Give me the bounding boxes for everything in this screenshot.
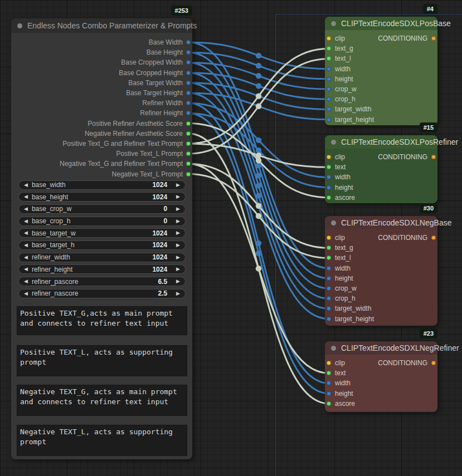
input-port-icon[interactable]	[327, 56, 331, 61]
node-combo-parameterizer[interactable]: #253 Endless Nodes Combo Parameterizer &…	[11, 18, 192, 459]
widget-refiner-width[interactable]: ◀refiner_width1024▶	[18, 253, 186, 262]
textarea-positive-text-g[interactable]: Positive TEXT_G,acts as main prompt and …	[17, 306, 187, 335]
widget-base-crop-h[interactable]: ◀base_crop_h0▶	[18, 217, 186, 226]
input-port-icon[interactable]	[327, 246, 331, 250]
node-header[interactable]: Endless Nodes Combo Parameterizer & Prom…	[11, 18, 192, 33]
input-port-icon[interactable]	[327, 46, 331, 51]
output-port-icon[interactable]	[186, 101, 191, 105]
widget-base-crop-w[interactable]: ◀base_crop_w0▶	[18, 204, 186, 214]
node-clip-pos-base[interactable]: #4 CLIPTextEncodeSDXLPosBase CONDITIONIN…	[325, 17, 437, 125]
input-port-icon[interactable]	[327, 371, 331, 375]
node-clip-neg-refiner[interactable]: #23 CLIPTextEncodeSDXLNegRefiner CONDITI…	[325, 341, 437, 412]
output-port-icon[interactable]	[186, 91, 191, 95]
input-port-icon[interactable]	[327, 97, 331, 101]
decrement-icon[interactable]: ◀	[24, 219, 28, 224]
input-port-icon[interactable]	[327, 256, 331, 260]
node-header[interactable]: CLIPTextEncodeSDXLPosBase	[325, 17, 437, 30]
output-port-icon[interactable]	[186, 111, 191, 115]
textarea-positive-text-l[interactable]: Positive TEXT_L, acts as supporting prom…	[17, 345, 187, 376]
decrement-icon[interactable]: ◀	[24, 183, 28, 188]
textarea-negative-text-l[interactable]: Negative TEXT_L, acts as supporting prom…	[17, 425, 187, 456]
collapse-dot-icon[interactable]	[331, 21, 336, 26]
output-port-icon[interactable]	[186, 121, 191, 126]
input-port-icon[interactable]	[327, 306, 331, 311]
output-port-icon[interactable]	[186, 50, 191, 55]
input-port-icon[interactable]	[327, 117, 331, 122]
increment-icon[interactable]: ▶	[176, 219, 180, 224]
output-port-icon[interactable]	[186, 151, 191, 156]
increment-icon[interactable]: ▶	[176, 267, 180, 272]
input-port-icon[interactable]	[327, 87, 331, 91]
increment-icon[interactable]: ▶	[176, 243, 180, 248]
widget-value[interactable]: 1024	[152, 193, 167, 201]
input-port-icon[interactable]	[327, 266, 331, 271]
input-port-icon[interactable]	[327, 67, 331, 71]
output-port-icon[interactable]	[186, 60, 191, 65]
widget-value[interactable]: 1024	[152, 253, 167, 261]
widget-value[interactable]: 1024	[152, 229, 167, 237]
input-port-icon[interactable]	[327, 235, 331, 240]
widget-base-height[interactable]: ◀base_height1024▶	[18, 192, 186, 202]
input-port-icon[interactable]	[327, 276, 331, 281]
widget-value[interactable]: 1024	[152, 241, 167, 249]
input-port-icon[interactable]	[327, 361, 331, 365]
collapse-dot-icon[interactable]	[17, 23, 22, 28]
increment-icon[interactable]: ▶	[176, 183, 180, 188]
increment-icon[interactable]: ▶	[176, 291, 180, 296]
widget-refiner-height[interactable]: ◀refiner_height1024▶	[18, 264, 186, 274]
decrement-icon[interactable]: ◀	[24, 279, 28, 284]
widget-value[interactable]: 1024	[152, 266, 167, 273]
decrement-icon[interactable]: ◀	[24, 291, 28, 296]
increment-icon[interactable]: ▶	[176, 194, 180, 199]
input-port-icon[interactable]	[327, 175, 331, 179]
widget-value[interactable]: 2.5	[158, 289, 167, 297]
widget-base-target-w[interactable]: ◀base_target_w1024▶	[18, 228, 186, 238]
output-port-icon[interactable]	[186, 71, 191, 75]
node-header[interactable]: CLIPTextEncodeSDXLNegBase	[325, 216, 437, 229]
output-port-icon[interactable]	[186, 131, 191, 136]
input-port-icon[interactable]	[327, 296, 331, 301]
widget-value[interactable]: 6.5	[158, 278, 167, 286]
widget-base-target-h[interactable]: ◀base_target_h1024▶	[18, 241, 186, 250]
input-port-icon[interactable]	[327, 381, 331, 385]
increment-icon[interactable]: ▶	[176, 255, 180, 260]
increment-icon[interactable]: ▶	[176, 279, 180, 284]
collapse-dot-icon[interactable]	[331, 346, 336, 351]
textarea-negative-text-g[interactable]: Negative TEXT_G, acts as main prompt and…	[17, 385, 187, 416]
input-port-icon[interactable]	[327, 107, 331, 111]
input-port-icon[interactable]	[327, 77, 331, 81]
collapse-dot-icon[interactable]	[331, 220, 336, 225]
output-port-icon[interactable]	[186, 40, 191, 45]
increment-icon[interactable]: ▶	[176, 207, 180, 212]
node-clip-pos-refiner[interactable]: #15 CLIPTextEncodeSDXLPosRefiner CONDITI…	[325, 135, 437, 203]
output-port-icon[interactable]	[186, 141, 191, 146]
input-port-icon[interactable]	[327, 36, 331, 41]
output-port-icon[interactable]	[186, 161, 191, 166]
input-port-icon[interactable]	[327, 317, 331, 321]
decrement-icon[interactable]: ◀	[24, 267, 28, 272]
input-port-icon[interactable]	[327, 185, 331, 190]
widget-refiner-pascore[interactable]: ◀refiner_pascore6.5▶	[18, 277, 186, 286]
input-port-icon[interactable]	[327, 391, 331, 396]
node-header[interactable]: CLIPTextEncodeSDXLPosRefiner	[325, 135, 437, 149]
node-clip-neg-base[interactable]: #30 CLIPTextEncodeSDXLNegBase CONDITIONI…	[325, 216, 437, 326]
decrement-icon[interactable]: ◀	[24, 230, 28, 235]
output-port-icon[interactable]	[186, 172, 191, 176]
decrement-icon[interactable]: ◀	[24, 207, 28, 212]
collapse-dot-icon[interactable]	[331, 140, 336, 145]
input-port-icon[interactable]	[327, 165, 331, 169]
widget-value[interactable]: 1024	[152, 181, 167, 189]
widget-refiner-nascore[interactable]: ◀refiner_nascore2.5▶	[18, 289, 186, 298]
widget-value[interactable]: 0	[163, 205, 167, 213]
increment-icon[interactable]: ▶	[176, 230, 180, 235]
node-header[interactable]: CLIPTextEncodeSDXLNegRefiner	[325, 341, 437, 355]
input-port-icon[interactable]	[327, 286, 331, 291]
decrement-icon[interactable]: ◀	[24, 255, 28, 260]
input-port-icon[interactable]	[327, 401, 331, 406]
input-port-icon[interactable]	[327, 195, 331, 200]
widget-value[interactable]: 0	[163, 217, 167, 225]
output-port-icon[interactable]	[186, 81, 191, 85]
decrement-icon[interactable]: ◀	[24, 194, 28, 199]
input-port-icon[interactable]	[327, 155, 331, 159]
decrement-icon[interactable]: ◀	[24, 243, 28, 248]
